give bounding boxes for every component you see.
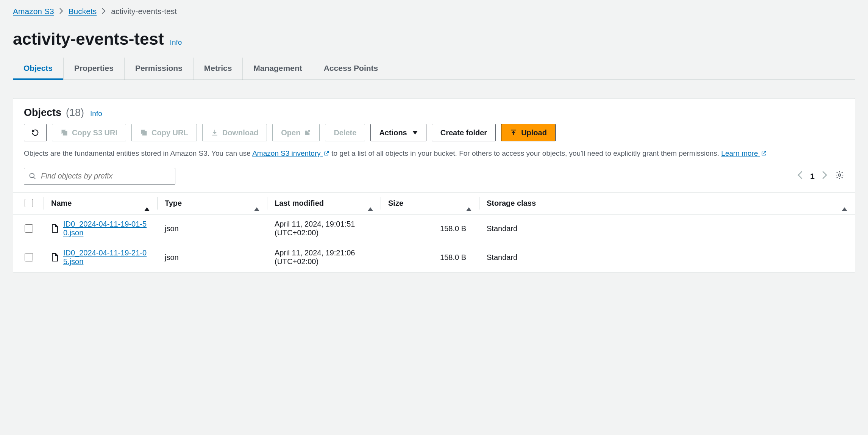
search-icon [29, 172, 36, 180]
copy-s3-uri-label: Copy S3 URI [72, 128, 117, 137]
page-title-row: activity-events-test Info [11, 18, 857, 58]
tab-management[interactable]: Management [243, 58, 313, 80]
external-link-icon [323, 149, 329, 160]
panel-description: Objects are the fundamental entities sto… [24, 148, 844, 160]
cell-storage-class: Standard [479, 224, 855, 233]
objects-table: Name Type Last modified Size Storage cla… [13, 192, 855, 272]
tab-metrics[interactable]: Metrics [194, 58, 243, 80]
objects-panel: Objects (18) Info Copy S3 URI Copy URL D… [13, 98, 855, 272]
page-number: 1 [810, 172, 815, 181]
chevron-right-icon [59, 7, 63, 16]
breadcrumb-buckets[interactable]: Buckets [69, 7, 97, 16]
panel-title: Objects [24, 107, 61, 119]
cell-type: json [157, 253, 267, 262]
actions-label: Actions [379, 128, 407, 137]
col-type[interactable]: Type [157, 192, 267, 214]
search-input[interactable] [40, 171, 170, 181]
object-name-link[interactable]: ID0_2024-04-11-19-01-50.json [63, 220, 150, 237]
col-last-modified[interactable]: Last modified [267, 192, 381, 214]
cell-storage-class: Standard [479, 253, 855, 262]
row-checkbox[interactable] [25, 224, 33, 233]
refresh-button[interactable] [24, 124, 47, 141]
desc-text: to get a list of all objects in your buc… [331, 149, 721, 157]
tab-objects[interactable]: Objects [13, 58, 64, 80]
actions-button[interactable]: Actions [370, 124, 426, 141]
svg-point-3 [838, 174, 841, 176]
upload-label: Upload [521, 128, 547, 137]
cell-size: 158.0 B [381, 253, 479, 262]
cell-last-modified: April 11, 2024, 19:01:51 (UTC+02:00) [267, 220, 381, 237]
row-checkbox[interactable] [25, 253, 33, 261]
col-size[interactable]: Size [381, 192, 479, 214]
cell-size: 158.0 B [381, 224, 479, 233]
tab-permissions[interactable]: Permissions [125, 58, 194, 80]
panel-info-link[interactable]: Info [90, 110, 102, 118]
open-label: Open [281, 128, 300, 137]
panel-count: (18) [66, 107, 84, 119]
external-link-icon [304, 129, 311, 136]
gear-icon [835, 171, 844, 180]
learn-more-link[interactable]: Learn more [721, 149, 767, 157]
sort-icon [254, 199, 259, 208]
download-icon [211, 129, 219, 136]
sort-icon [368, 199, 373, 208]
breadcrumb: Amazon S3 Buckets activity-events-test [11, 0, 857, 18]
object-name-link[interactable]: ID0_2024-04-11-19-21-05.json [63, 249, 150, 266]
open-button[interactable]: Open [272, 124, 320, 141]
prev-page-button[interactable] [797, 171, 802, 181]
delete-button[interactable]: Delete [325, 124, 365, 141]
svg-point-2 [30, 173, 34, 178]
upload-icon [510, 129, 517, 136]
page-info-link[interactable]: Info [170, 38, 182, 47]
toolbar: Copy S3 URI Copy URL Download Open Delet… [24, 124, 844, 141]
col-storage-class[interactable]: Storage class [479, 192, 855, 214]
table-row: ID0_2024-04-11-19-01-50.json json April … [13, 214, 855, 243]
sort-icon [842, 199, 847, 208]
copy-icon [61, 129, 68, 136]
search-box[interactable] [24, 168, 175, 185]
inventory-link[interactable]: Amazon S3 inventory [252, 149, 329, 157]
caret-down-icon [412, 131, 418, 135]
delete-label: Delete [334, 128, 356, 137]
next-page-button[interactable] [822, 171, 827, 181]
pager: 1 [797, 171, 844, 182]
table-header: Name Type Last modified Size Storage cla… [13, 192, 855, 214]
cell-last-modified: April 11, 2024, 19:21:06 (UTC+02:00) [267, 249, 381, 266]
desc-text: Objects are the fundamental entities sto… [24, 149, 252, 157]
chevron-right-icon [102, 7, 106, 16]
sort-asc-icon [144, 199, 150, 208]
settings-button[interactable] [835, 171, 844, 182]
download-label: Download [222, 128, 259, 137]
file-icon [51, 224, 59, 233]
breadcrumb-current: activity-events-test [111, 7, 177, 16]
col-name[interactable]: Name [44, 192, 157, 214]
copy-url-button[interactable]: Copy URL [131, 124, 197, 141]
cell-type: json [157, 224, 267, 233]
download-button[interactable]: Download [202, 124, 267, 141]
breadcrumb-root[interactable]: Amazon S3 [13, 7, 54, 16]
tab-access-points[interactable]: Access Points [313, 58, 389, 80]
upload-button[interactable]: Upload [501, 124, 556, 141]
table-row: ID0_2024-04-11-19-21-05.json json April … [13, 243, 855, 272]
tabs: Objects Properties Permissions Metrics M… [13, 58, 855, 80]
page-title: activity-events-test [13, 30, 164, 49]
external-link-icon [761, 149, 767, 160]
refresh-icon [31, 128, 39, 137]
select-all-checkbox[interactable] [25, 199, 33, 207]
copy-s3-uri-button[interactable]: Copy S3 URI [52, 124, 126, 141]
tab-properties[interactable]: Properties [64, 58, 125, 80]
copy-icon [140, 129, 148, 136]
sort-icon [466, 199, 471, 208]
create-folder-button[interactable]: Create folder [432, 124, 496, 141]
copy-url-label: Copy URL [151, 128, 188, 137]
create-folder-label: Create folder [440, 128, 487, 137]
file-icon [51, 253, 59, 262]
